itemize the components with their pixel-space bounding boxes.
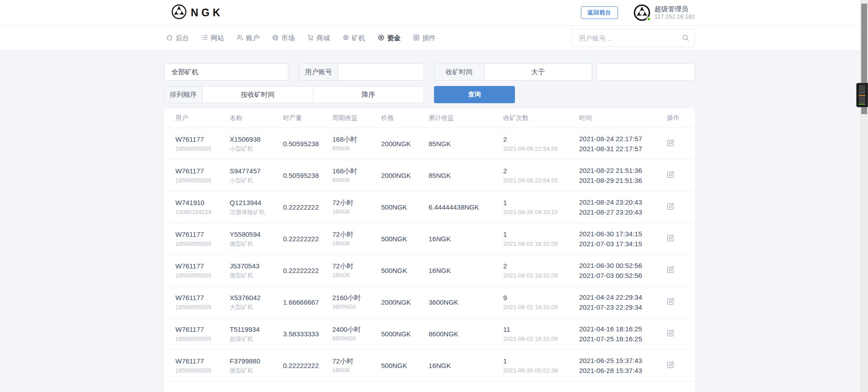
users-icon <box>236 34 244 43</box>
time-end: 2021-06-28 15:37:43 <box>579 366 667 376</box>
avatar[interactable] <box>633 4 651 21</box>
sort-direction-select[interactable]: 降序 <box>313 86 424 103</box>
edit-icon[interactable] <box>667 139 676 147</box>
nav-item-website[interactable]: 网站 <box>199 34 224 43</box>
user-phone: 13080154224 <box>175 209 230 216</box>
user-account-search-input[interactable] <box>571 29 695 47</box>
cell-name: X5376042 大型矿机 <box>230 294 283 311</box>
cell-actions <box>667 329 695 339</box>
scroll-marker-widget <box>856 83 868 107</box>
table-row: W761177 18500005555 Y5580594 微型矿机 0.2222… <box>164 223 695 255</box>
ngk-logo-icon <box>171 4 187 21</box>
sort-order-label: 排列顺序 <box>165 86 203 103</box>
cell-time: 2021-08-22 21:51:36 2021-08-29 21:51:36 <box>579 166 667 186</box>
table-row: W761177 18500005555 X5376042 大型矿机 1.6666… <box>164 287 695 318</box>
miner-code: Y5580594 <box>230 230 283 239</box>
cycle-ngk: 85NGK <box>332 145 381 152</box>
account-filter-input[interactable] <box>338 64 424 80</box>
cycle-hours: 2400小时 <box>332 325 381 334</box>
scroll-marker-orange <box>859 95 865 96</box>
cell-cycle-income: 2400小时 8600NGK <box>332 325 381 342</box>
chip-icon <box>342 34 349 43</box>
time-end: 2021-07-25 18:16:25 <box>579 334 667 344</box>
cell-time: 2021-06-25 15:37:43 2021-06-28 15:37:43 <box>579 356 667 376</box>
collect-time-filter: 收矿时间 大于 <box>434 63 592 81</box>
user-phone: 18500005555 <box>175 240 230 248</box>
sort-field-select[interactable]: 按收矿时间 <box>203 86 313 103</box>
time-end: 2021-07-03 00:52:56 <box>579 271 667 281</box>
query-button[interactable]: 查询 <box>434 86 515 103</box>
cell-collect-count: 1 2021-08-02 18:31:09 <box>503 230 579 248</box>
miner-type: 小型矿机 <box>230 177 283 184</box>
list-icon <box>201 34 208 43</box>
edit-icon[interactable] <box>667 234 676 242</box>
cell-time: 2021-04-24 22:29:34 2021-07-23 22:29:34 <box>579 292 667 312</box>
edit-icon[interactable] <box>667 329 676 337</box>
table-body: W761177 18500005555 X1506938 小型矿机 0.5059… <box>164 128 695 392</box>
main-navbar: 后台 网站 账户 市场 商城 矿机 资金 插件 <box>0 26 868 51</box>
cycle-hours: 168小时 <box>332 135 381 143</box>
nav-item-mall[interactable]: 商城 <box>305 34 330 43</box>
compare-operator-select[interactable]: 大于 <box>484 64 592 80</box>
cell-hourly-output: 0.22222222 <box>283 267 332 274</box>
cycle-ngk: 16NGK <box>332 272 381 278</box>
nav-label: 网站 <box>211 34 224 43</box>
table-row: W761177 18500005555 J5370543 微型矿机 0.2222… <box>164 255 695 287</box>
cycle-hours: 72小时 <box>332 199 381 207</box>
cell-total-income: 6.44444438NGK <box>429 203 503 211</box>
cell-actions <box>667 171 695 180</box>
nav-label: 矿机 <box>352 34 365 43</box>
table-row: W741910 13080154224 Q1213944 注册体验矿机 0.22… <box>164 191 695 223</box>
user-phone: 18500005555 <box>175 335 230 343</box>
nav-item-market[interactable]: 市场 <box>270 34 295 43</box>
user-id: W761177 <box>175 325 230 334</box>
nav-item-miners[interactable]: 矿机 <box>340 34 365 43</box>
collect-count: 2 <box>503 135 579 143</box>
miner-code: X5376042 <box>230 294 283 302</box>
cycle-hours: 72小时 <box>332 357 381 365</box>
cycle-ngk: 16NGK <box>332 240 381 247</box>
collect-count: 1 <box>503 230 579 239</box>
scrollbar-track[interactable] <box>860 0 868 392</box>
coin-icon <box>377 34 385 43</box>
nav-item-accounts[interactable]: 账户 <box>235 34 259 43</box>
nav-label: 后台 <box>175 34 189 43</box>
cell-time: 2021-06-30 00:52:56 2021-07-03 00:52:56 <box>579 261 667 281</box>
edit-icon[interactable] <box>667 297 676 305</box>
miner-type: 微型矿机 <box>230 367 283 374</box>
miner-type: 注册体验矿机 <box>230 209 283 216</box>
nav-item-plugins[interactable]: 插件 <box>411 34 436 43</box>
table-row: W761177 18500005555 T5119934 超级矿机 3.5833… <box>164 318 695 350</box>
admin-account[interactable]: 超级管理员 117.152.16.182 <box>633 4 695 21</box>
collect-time-value-input[interactable] <box>597 64 695 80</box>
nav-item-funds[interactable]: 资金 <box>376 34 401 43</box>
edit-icon[interactable] <box>667 361 676 368</box>
user-phone: 18500005555 <box>175 304 230 311</box>
cell-user: W761177 18500005555 <box>175 294 230 311</box>
search-icon[interactable] <box>682 34 689 43</box>
cell-cycle-income: 168小时 85NGK <box>332 167 381 183</box>
cell-cycle-income: 2160小时 3600NGK <box>332 294 381 310</box>
globe-icon <box>272 34 279 43</box>
table-header: 用户 名称 时产量 周期收益 价格 累计收益 收矿次数 时间 操作 <box>164 109 695 128</box>
cell-user: W761177 18500005555 <box>175 135 230 153</box>
miner-type-select[interactable]: 全部矿机 <box>165 64 288 80</box>
edit-icon[interactable] <box>667 202 676 210</box>
collect-count: 1 <box>503 199 579 207</box>
nav-item-backend[interactable]: 后台 <box>164 34 189 43</box>
time-start: 2021-04-16 18:16:25 <box>579 324 667 334</box>
miner-type: 大型矿机 <box>230 304 283 311</box>
cell-time: 2021-06-30 17:34:15 2021-07-03 17:34:15 <box>579 229 667 249</box>
edit-icon[interactable] <box>667 171 676 178</box>
col-header-collect-count: 收矿次数 <box>503 114 579 122</box>
collect-time-filter-label: 收矿时间 <box>434 64 484 80</box>
cell-price: 500NGK <box>381 203 429 211</box>
cell-price: 2000NGK <box>381 172 429 179</box>
cycle-ngk: 8600NGK <box>332 335 381 342</box>
cell-actions <box>667 297 695 307</box>
edit-icon[interactable] <box>667 266 676 273</box>
back-to-front-button[interactable]: 返回前台 <box>581 6 618 19</box>
col-header-price: 价格 <box>381 114 429 122</box>
cell-actions <box>667 202 695 212</box>
cycle-ngk: 16NGK <box>332 367 381 373</box>
